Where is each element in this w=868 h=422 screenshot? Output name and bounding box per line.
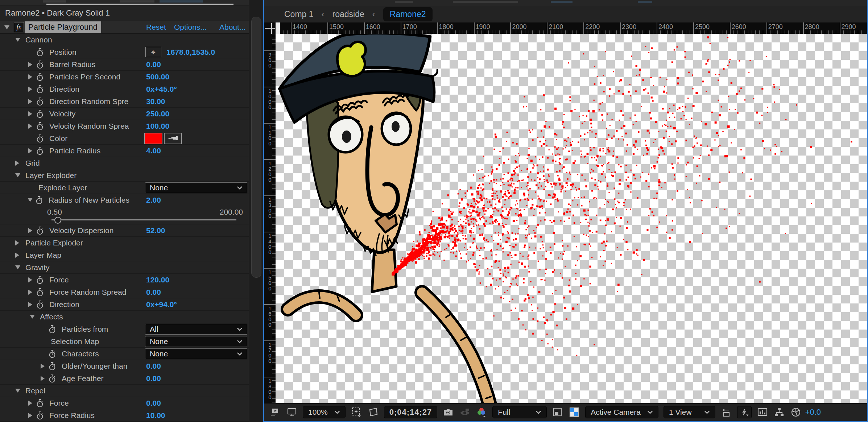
show-channel-icon[interactable]: [476, 406, 487, 418]
property-value[interactable]: 0.00: [146, 374, 161, 383]
exposure-value[interactable]: +0.0: [805, 407, 821, 417]
position-point-button[interactable]: ⌖: [145, 47, 161, 57]
characters-dropdown[interactable]: None: [145, 348, 247, 359]
region-of-interest-icon[interactable]: [552, 406, 563, 418]
take-snapshot-camera-icon[interactable]: [442, 406, 454, 418]
stopwatch-icon[interactable]: [36, 85, 47, 94]
current-time-display[interactable]: 0;04;14;27: [384, 406, 438, 418]
choose-grid-and-guides-icon[interactable]: [351, 406, 362, 418]
property-value[interactable]: 500.00: [146, 73, 169, 81]
property-value[interactable]: 0.00: [146, 399, 161, 407]
stopwatch-icon[interactable]: [36, 399, 47, 407]
stopwatch-icon[interactable]: [49, 362, 59, 371]
resolution-dropdown[interactable]: Full: [492, 406, 547, 418]
property-value[interactable]: 4.00: [146, 146, 161, 155]
breadcrumb-roadside[interactable]: roadside: [332, 9, 364, 19]
composition-canvas[interactable]: [276, 34, 867, 403]
show-snapshot-icon[interactable]: [459, 406, 471, 418]
stopwatch-icon[interactable]: [36, 288, 47, 297]
comp-flowchart-icon[interactable]: [773, 406, 785, 418]
particles-from-dropdown[interactable]: All: [145, 324, 247, 335]
slider-knob[interactable]: [54, 217, 61, 224]
property-value[interactable]: 0.00: [146, 288, 161, 297]
breadcrumb-comp1[interactable]: Comp 1: [284, 9, 314, 19]
stopwatch-icon[interactable]: [36, 276, 47, 284]
property-value[interactable]: 0x+94.0°: [146, 300, 177, 309]
disclosure-triangle[interactable]: [28, 87, 32, 92]
transparency-grid-icon[interactable]: [569, 406, 580, 418]
stopwatch-icon[interactable]: [36, 60, 47, 69]
property-value[interactable]: 30.00: [146, 97, 165, 106]
composition-mini-flowchart-icon[interactable]: [269, 406, 281, 418]
stopwatch-icon[interactable]: [36, 196, 46, 204]
eyedropper-button[interactable]: [164, 133, 182, 144]
disclosure-triangle[interactable]: [28, 401, 32, 406]
effect-name[interactable]: Particle Playground: [25, 21, 101, 33]
toggle-mask-visibility-icon[interactable]: [367, 406, 379, 418]
disclosure-triangle[interactable]: [28, 148, 32, 153]
disclosure-triangle[interactable]: [28, 277, 32, 282]
property-value[interactable]: 10.00: [146, 411, 165, 420]
disclosure-triangle[interactable]: [41, 376, 45, 381]
stopwatch-icon[interactable]: [36, 146, 47, 155]
stopwatch-icon[interactable]: [36, 134, 47, 143]
stopwatch-icon[interactable]: [49, 349, 59, 358]
disclosure-triangle[interactable]: [15, 173, 20, 177]
reset-link[interactable]: Reset: [146, 23, 166, 32]
effect-disclosure-triangle[interactable]: [4, 25, 9, 29]
options-link[interactable]: Options...: [174, 23, 207, 32]
property-value[interactable]: 100.00: [146, 122, 169, 131]
fast-previews-icon[interactable]: [737, 406, 752, 418]
magnification-dropdown[interactable]: 100%: [303, 406, 346, 418]
stopwatch-icon[interactable]: [36, 73, 47, 81]
view-layout-dropdown[interactable]: 1 View: [664, 406, 715, 418]
disclosure-triangle[interactable]: [15, 265, 20, 269]
property-value[interactable]: 52.00: [146, 226, 165, 235]
about-link[interactable]: About...: [219, 23, 245, 32]
stopwatch-icon[interactable]: [36, 48, 47, 57]
stopwatch-icon[interactable]: [36, 122, 47, 131]
breadcrumb-ramone2-active[interactable]: Ramone2: [383, 7, 433, 21]
slider-track[interactable]: [51, 219, 236, 220]
disclosure-triangle[interactable]: [15, 38, 20, 42]
disclosure-triangle[interactable]: [28, 99, 32, 104]
disclosure-triangle[interactable]: [15, 161, 19, 166]
property-value[interactable]: 120.00: [146, 276, 169, 284]
disclosure-triangle[interactable]: [28, 413, 32, 418]
disclosure-triangle[interactable]: [15, 253, 19, 258]
property-value[interactable]: 0.00: [146, 362, 161, 371]
disclosure-triangle[interactable]: [28, 228, 32, 233]
disclosure-triangle[interactable]: [28, 198, 33, 202]
disclosure-triangle[interactable]: [28, 62, 32, 67]
explode-layer-dropdown[interactable]: None: [145, 182, 247, 193]
stopwatch-icon[interactable]: [36, 97, 47, 106]
disclosure-triangle[interactable]: [28, 124, 32, 129]
property-value[interactable]: 1678.0,1535.0: [166, 48, 215, 57]
property-value[interactable]: 2.00: [146, 196, 161, 204]
disclosure-triangle[interactable]: [30, 315, 35, 319]
selection-map-dropdown[interactable]: None: [145, 336, 247, 347]
share-view-options-icon[interactable]: [720, 406, 732, 418]
disclosure-triangle[interactable]: [41, 364, 45, 369]
reset-exposure-icon[interactable]: [790, 406, 802, 418]
disclosure-triangle[interactable]: [15, 389, 20, 393]
stopwatch-icon[interactable]: [36, 109, 47, 118]
open-timeline-icon[interactable]: [757, 406, 768, 418]
disclosure-triangle[interactable]: [28, 74, 32, 79]
property-value[interactable]: 0.00: [146, 60, 161, 69]
color-swatch[interactable]: [144, 133, 162, 144]
stopwatch-icon[interactable]: [36, 411, 47, 420]
disclosure-triangle[interactable]: [28, 290, 32, 295]
stopwatch-icon[interactable]: [49, 325, 59, 334]
property-value[interactable]: 0x+45.0°: [146, 85, 177, 94]
property-value[interactable]: 250.00: [146, 109, 169, 118]
scrollbar-thumb[interactable]: [251, 17, 261, 278]
stopwatch-icon[interactable]: [36, 226, 47, 235]
stopwatch-icon[interactable]: [49, 374, 59, 383]
ruler-origin-crosshair-icon[interactable]: [264, 22, 276, 34]
camera-view-dropdown[interactable]: Active Camera: [585, 406, 658, 418]
disclosure-triangle[interactable]: [15, 240, 19, 245]
always-preview-monitor-icon[interactable]: [286, 406, 298, 418]
disclosure-triangle[interactable]: [28, 111, 32, 116]
disclosure-triangle[interactable]: [28, 302, 32, 307]
